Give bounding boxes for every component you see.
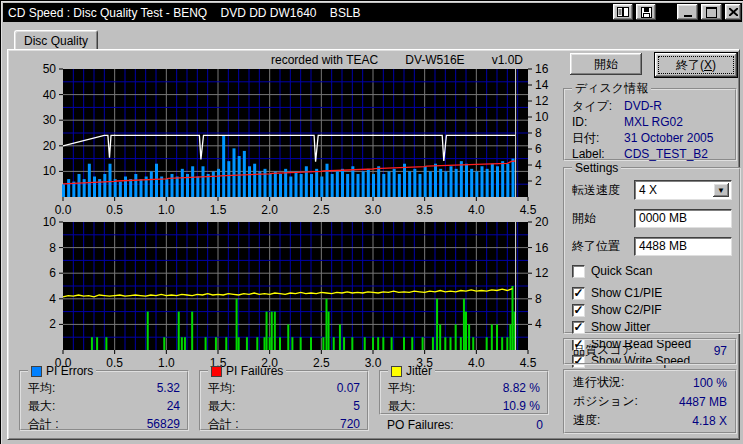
bar-PI Errors bbox=[109, 164, 112, 197]
show-jitter-checkbox[interactable]: ✓ bbox=[572, 321, 585, 334]
bar-PI Failures bbox=[339, 324, 341, 350]
axis-tick-label: 16 bbox=[535, 241, 549, 255]
disc-date-label: 日付: bbox=[572, 130, 624, 147]
chevron-down-icon[interactable]: ▼ bbox=[713, 183, 729, 197]
show-c1-pie-checkbox[interactable]: ✓ bbox=[572, 287, 585, 300]
bar-PI Failures bbox=[225, 337, 227, 350]
axis-tick-label: 10 bbox=[43, 164, 57, 178]
bar-PI Errors bbox=[305, 166, 308, 197]
show-c2-pif-checkbox[interactable]: ✓ bbox=[572, 304, 585, 317]
axis-tick-label: 10 bbox=[43, 216, 57, 229]
bar-PI Errors bbox=[506, 164, 509, 197]
jitter-avg: 8.82 % bbox=[503, 381, 540, 395]
axis-tick-label: 4.5 bbox=[520, 203, 537, 215]
bar-PI Errors bbox=[465, 164, 468, 197]
bar-PI Errors bbox=[377, 166, 380, 197]
bar-PI Errors bbox=[274, 171, 277, 197]
axis-tick-label: 4 bbox=[49, 292, 56, 306]
avg-label: 平均: bbox=[388, 380, 415, 397]
bar-PI Errors bbox=[388, 171, 391, 197]
bar-PI Failures bbox=[326, 299, 328, 350]
bar-PI Failures bbox=[372, 337, 374, 350]
start-button[interactable]: 開始 bbox=[570, 53, 642, 75]
bar-PI Failures bbox=[246, 337, 248, 350]
axis-tick-label: 2.5 bbox=[313, 203, 330, 215]
disc-type-value: DVD-R bbox=[624, 99, 662, 113]
start-position-input[interactable]: 0000 MB bbox=[634, 209, 732, 228]
axis-tick-label: 16 bbox=[535, 63, 549, 76]
position-label: ポジション: bbox=[573, 393, 638, 410]
checkbox-show-c1-pie[interactable]: ✓ Show C1/PIE bbox=[572, 285, 732, 301]
checkbox-quick-scan[interactable]: Quick Scan bbox=[572, 263, 732, 279]
tab-disc-quality[interactable]: Disc Quality bbox=[14, 30, 98, 50]
minimize-button[interactable] bbox=[677, 4, 698, 20]
book-icon[interactable] bbox=[613, 4, 633, 20]
bar-PI Errors bbox=[150, 171, 153, 197]
bar-PI Failures bbox=[264, 337, 266, 350]
bar-PI Errors bbox=[202, 166, 205, 197]
bar-PI Failures bbox=[184, 337, 186, 350]
bar-PI Failures bbox=[291, 337, 293, 350]
checkbox-show-c2-pif[interactable]: ✓ Show C2/PIF bbox=[572, 302, 732, 318]
bar-PI Failures bbox=[364, 337, 366, 350]
bar-PI Errors bbox=[155, 164, 158, 197]
bar-PI Errors bbox=[310, 174, 313, 197]
close-button[interactable] bbox=[725, 4, 741, 20]
speed-status-value: 4.18 X bbox=[692, 414, 727, 428]
bar-PI Errors bbox=[501, 161, 504, 197]
bar-PI Failures bbox=[436, 299, 438, 350]
bar-PI Errors bbox=[124, 177, 127, 197]
maximize-button[interactable] bbox=[701, 4, 722, 20]
close-icon bbox=[729, 8, 738, 16]
bar-PI Errors bbox=[496, 166, 499, 197]
axis-tick-label: 2 bbox=[49, 317, 56, 331]
axis-tick-label: 4 bbox=[535, 317, 542, 331]
checkbox-show-jitter[interactable]: ✓ Show Jitter bbox=[572, 319, 732, 335]
bar-PI Failures bbox=[271, 312, 273, 350]
max-label: 最大: bbox=[388, 398, 415, 415]
bar-PI Errors bbox=[367, 169, 370, 197]
bar-PI Errors bbox=[336, 171, 339, 197]
bar-PI Errors bbox=[248, 166, 251, 197]
bar-PI Failures bbox=[422, 337, 424, 350]
exit-button[interactable]: 終了(X) bbox=[654, 52, 738, 78]
bar-PI Errors bbox=[429, 171, 432, 197]
settings-title: Settings bbox=[575, 161, 618, 175]
axis-tick-label: 12 bbox=[535, 266, 549, 280]
end-position-input[interactable]: 4488 MB bbox=[634, 237, 732, 256]
axis-tick-label: 14 bbox=[535, 78, 549, 92]
axis-tick-label: 8 bbox=[535, 292, 542, 306]
bar-PI Failures bbox=[486, 337, 488, 350]
floppy-save-icon bbox=[641, 7, 652, 18]
speed-select[interactable]: 4 X ▼ bbox=[634, 180, 732, 200]
pi-errors-total: 56829 bbox=[147, 417, 180, 431]
axis-tick-label: 0.0 bbox=[55, 203, 72, 215]
bar-PI Errors bbox=[512, 159, 515, 197]
app-window: CD Speed : Disc Quality Test - BENQ DVD … bbox=[0, 0, 743, 444]
save-button[interactable] bbox=[636, 4, 656, 20]
bar-PI Failures bbox=[236, 299, 238, 350]
bar-PI Failures bbox=[256, 337, 258, 350]
bar-PI Errors bbox=[129, 179, 132, 197]
bar-PI Errors bbox=[119, 182, 122, 197]
axis-tick-label: 2.0 bbox=[261, 203, 278, 215]
avg-label: 平均: bbox=[208, 380, 235, 397]
bar-PI Errors bbox=[83, 179, 86, 197]
axis-tick-label: 6 bbox=[49, 266, 56, 280]
bar-PI Failures bbox=[310, 337, 312, 350]
bar-PI Failures bbox=[455, 324, 457, 350]
bar-PI Failures bbox=[468, 324, 470, 350]
bar-PI Errors bbox=[341, 169, 344, 197]
quality-score-label: 品質スコア: bbox=[573, 342, 637, 359]
bar-PI Errors bbox=[176, 177, 179, 197]
po-failures-label: PO Failures: bbox=[387, 418, 454, 432]
pi-failures-avg: 0.07 bbox=[337, 381, 360, 395]
speed-status-label: 速度: bbox=[573, 412, 600, 429]
bar-PI Errors bbox=[326, 164, 329, 197]
axis-tick-label: 40 bbox=[43, 88, 57, 102]
bar-PI Errors bbox=[398, 174, 401, 197]
total-label: 合計 : bbox=[208, 416, 239, 433]
bar-PI Errors bbox=[165, 179, 168, 197]
maximize-icon bbox=[706, 7, 717, 18]
quick-scan-checkbox[interactable] bbox=[572, 265, 585, 278]
